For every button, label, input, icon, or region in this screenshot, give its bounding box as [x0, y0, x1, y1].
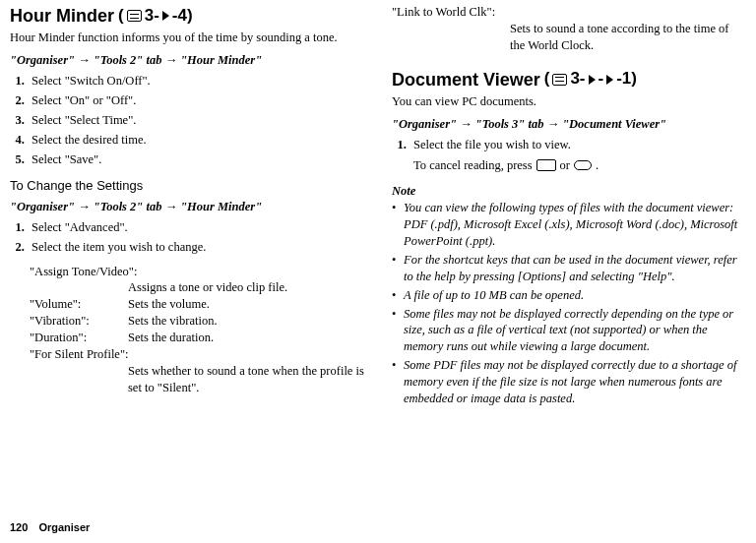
page-number: 120: [10, 521, 28, 533]
def-row: "Duration": Sets the duration.: [30, 330, 364, 346]
step: Select "Save".: [28, 151, 364, 168]
note-item: Some files may not be displayed correctl…: [392, 306, 746, 356]
note-item: For the shortcut keys that can be used i…: [392, 252, 746, 285]
arrow-right-icon: [589, 75, 596, 85]
doc-viewer-menu-path: ( 3---1): [544, 68, 637, 90]
assign-tone-desc: Assigns a tone or video clip file.: [128, 279, 364, 296]
menu-icon: [127, 10, 142, 22]
note-item: Some PDF files may not be displayed corr…: [392, 357, 746, 407]
step: Select "Advanced".: [28, 219, 364, 236]
step: Select the file you wish to view. To can…: [410, 137, 746, 174]
footer-section: Organiser: [38, 521, 90, 533]
def-row: "Volume": Sets the volume.: [30, 296, 364, 313]
change-settings-path: "Organiser" → "Tools 2" tab → "Hour Mind…: [10, 199, 364, 215]
doc-viewer-heading: Document Viewer ( 3---1): [392, 68, 746, 91]
def-term: "Duration":: [30, 330, 128, 346]
hour-minder-path: "Organiser" → "Tools 2" tab → "Hour Mind…: [10, 52, 364, 69]
assign-tone-term: "Assign Tone/Video":: [30, 264, 364, 280]
definitions-table: "Volume": Sets the volume. "Vibration": …: [30, 296, 364, 346]
back-key-icon: [536, 159, 556, 171]
note-item: A file of up to 10 MB can be opened.: [392, 287, 746, 304]
hour-minder-title: Hour Minder: [10, 4, 114, 28]
silent-desc: Sets whether to sound a tone when the pr…: [128, 363, 364, 396]
notes-list: You can view the following types of file…: [392, 200, 746, 407]
step: Select the desired time.: [28, 132, 364, 149]
change-settings-steps: Select "Advanced". Select the item you w…: [10, 219, 364, 256]
cancel-line: To cancel reading, press or .: [413, 157, 598, 174]
note-item: You can view the following types of file…: [392, 200, 746, 250]
arrow-right-icon: [606, 75, 613, 85]
def-term: "Vibration":: [30, 313, 128, 330]
hour-minder-steps: Select "Switch On/Off". Select "On" or "…: [10, 73, 364, 167]
def-desc: Sets the volume.: [128, 296, 364, 313]
step: Select "Select Time".: [28, 112, 364, 129]
change-settings-heading: To Change the Settings: [10, 177, 364, 195]
silent-term: "For Silent Profile":: [30, 346, 364, 363]
hour-minder-heading: Hour Minder ( 3--4): [10, 4, 364, 28]
doc-viewer-intro: You can view PC documents.: [392, 93, 746, 110]
end-key-icon: [574, 160, 592, 170]
page-footer: 120 Organiser: [10, 520, 90, 535]
note-heading: Note: [392, 183, 746, 200]
doc-viewer-title: Document Viewer: [392, 68, 540, 91]
right-column: "Link to World Clk": Sets to sound a ton…: [392, 4, 746, 409]
hour-minder-menu-path: ( 3--4): [118, 5, 193, 28]
hour-minder-intro: Hour Minder function informs you of the …: [10, 30, 364, 46]
step: Select "On" or "Off".: [28, 92, 364, 109]
doc-viewer-steps: Select the file you wish to view. To can…: [392, 137, 746, 174]
arrow-right-icon: [162, 11, 169, 21]
menu-icon: [552, 74, 567, 86]
world-clk-desc: Sets to sound a tone according to the ti…: [510, 21, 746, 54]
world-clk-term: "Link to World Clk":: [392, 4, 746, 21]
step: Select "Switch On/Off".: [28, 73, 364, 90]
step: Select the item you wish to change.: [28, 239, 364, 256]
def-term: "Volume":: [30, 296, 128, 313]
def-row: "Vibration": Sets the vibration.: [30, 313, 364, 330]
left-column: Hour Minder ( 3--4) Hour Minder function…: [10, 4, 364, 409]
doc-viewer-path: "Organiser" → "Tools 3" tab → "Document …: [392, 116, 746, 133]
def-desc: Sets the vibration.: [128, 313, 364, 330]
def-desc: Sets the duration.: [128, 330, 364, 346]
